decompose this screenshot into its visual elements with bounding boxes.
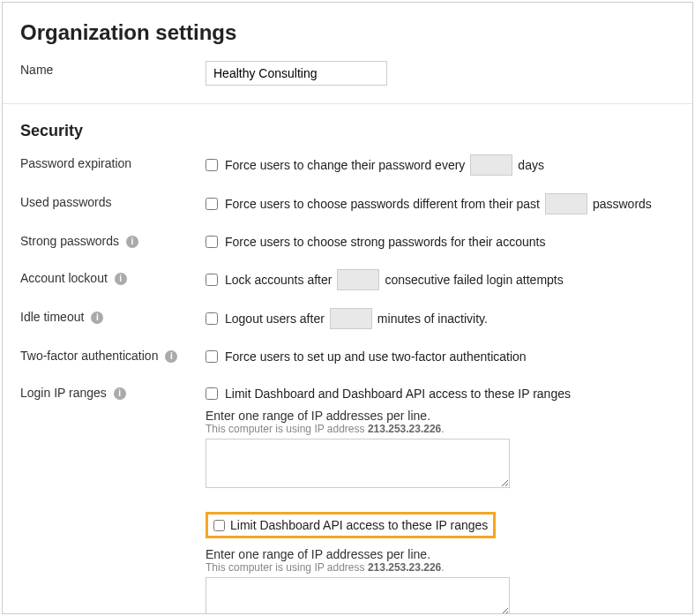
used-passwords-text-pre: Force users to choose passwords differen… <box>225 194 540 214</box>
login-ip-label: Login IP ranges i <box>20 384 206 400</box>
used-passwords-text-post: passwords <box>593 194 652 214</box>
limit-api-text: Limit Dashboard API access to these IP r… <box>230 518 488 532</box>
two-factor-label: Two-factor authentication i <box>20 347 206 363</box>
info-icon[interactable]: i <box>115 273 127 285</box>
two-factor-text: Force users to set up and use two-factor… <box>225 347 527 366</box>
password-expiration-days-input[interactable] <box>470 154 512 176</box>
page-title: Organization settings <box>20 20 675 45</box>
ip-hint-2: This computer is using IP address 213.25… <box>206 561 675 574</box>
idle-timeout-label: Idle timeout i <box>20 308 206 324</box>
account-lockout-checkbox[interactable] <box>206 274 218 286</box>
idle-timeout-checkbox[interactable] <box>206 312 218 325</box>
account-lockout-label: Account lockout i <box>20 269 206 285</box>
strong-passwords-text: Force users to choose strong passwords f… <box>225 232 545 252</box>
idle-timeout-text-pre: Logout users after <box>225 309 325 328</box>
info-icon[interactable]: i <box>91 312 103 324</box>
api-ip-textarea[interactable] <box>206 577 510 614</box>
idle-timeout-minutes-input[interactable] <box>330 308 372 329</box>
strong-passwords-label: Strong passwords i <box>20 232 206 248</box>
password-expiration-label: Password expiration <box>20 154 206 170</box>
dashboard-ip-textarea[interactable] <box>206 439 510 488</box>
account-lockout-text-post: consecutive failed login attempts <box>385 270 563 289</box>
info-icon[interactable]: i <box>126 236 138 248</box>
ip-instruction-1: Enter one range of IP addresses per line… <box>206 409 675 423</box>
info-icon[interactable]: i <box>165 350 177 363</box>
account-lockout-attempts-input[interactable] <box>337 269 379 290</box>
limit-dashboard-text: Limit Dashboard and Dashboard API access… <box>225 384 571 403</box>
info-icon[interactable]: i <box>114 387 126 400</box>
limit-dashboard-checkbox[interactable] <box>206 387 218 400</box>
used-passwords-checkbox[interactable] <box>206 198 218 210</box>
ip-hint-1: This computer is using IP address 213.25… <box>206 423 675 435</box>
security-section-title: Security <box>20 122 675 140</box>
limit-api-checkbox[interactable] <box>213 520 225 531</box>
highlighted-api-limit-box: Limit Dashboard API access to these IP r… <box>206 512 496 538</box>
strong-passwords-checkbox[interactable] <box>206 236 218 248</box>
password-expiration-checkbox[interactable] <box>206 159 218 171</box>
name-label: Name <box>20 61 206 77</box>
org-name-input[interactable] <box>206 61 387 86</box>
account-lockout-text-pre: Lock accounts after <box>225 270 332 289</box>
used-passwords-count-input[interactable] <box>545 193 587 214</box>
password-expiration-text-pre: Force users to change their password eve… <box>225 155 465 175</box>
two-factor-checkbox[interactable] <box>206 350 218 363</box>
ip-instruction-2: Enter one range of IP addresses per line… <box>206 547 675 561</box>
idle-timeout-text-post: minutes of inactivity. <box>377 309 488 328</box>
password-expiration-text-post: days <box>518 155 544 175</box>
used-passwords-label: Used passwords <box>20 193 206 209</box>
